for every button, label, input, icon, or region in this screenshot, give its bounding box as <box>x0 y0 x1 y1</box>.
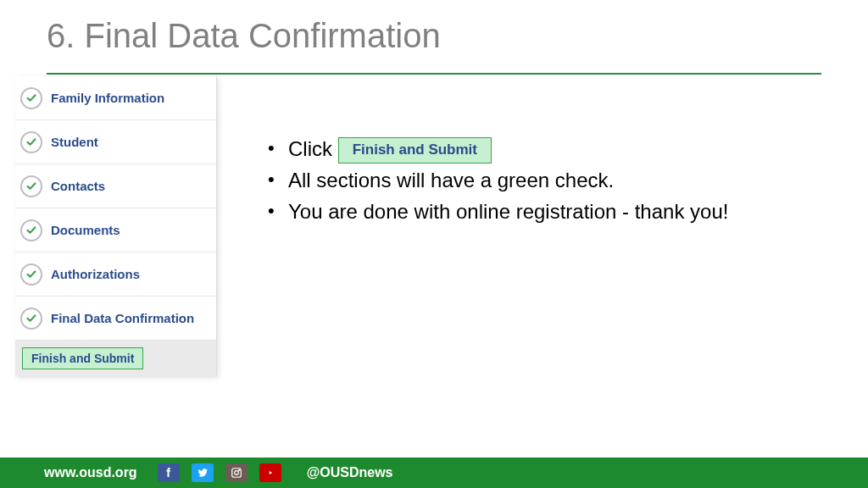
youtube-icon[interactable] <box>259 463 281 482</box>
page-title: 6. Final Data Confirmation <box>47 17 441 55</box>
finish-row: Finish and Submit <box>15 341 216 376</box>
check-icon <box>20 87 42 109</box>
instructions: Click Finish and Submit All sections wil… <box>263 136 771 229</box>
bullet-click-finish: Click Finish and Submit <box>263 136 771 164</box>
check-icon <box>20 219 42 241</box>
footer: www.ousd.org f @OUSDnews <box>0 458 868 488</box>
sidebar-item-label: Family Information <box>51 91 164 105</box>
check-icon <box>20 308 42 330</box>
sidebar-item-final-data-confirmation[interactable]: Final Data Confirmation <box>15 297 216 341</box>
sidebar-item-family-information[interactable]: Family Information <box>15 76 216 120</box>
instagram-icon[interactable] <box>225 463 248 482</box>
twitter-icon[interactable] <box>192 463 214 482</box>
sidebar-item-label: Documents <box>51 223 120 237</box>
sidebar-item-label: Student <box>51 135 98 149</box>
bullet-green-check: All sections will have a green check. <box>263 167 771 194</box>
bullet-done: You are done with online registration - … <box>263 198 771 225</box>
check-icon <box>20 263 42 286</box>
check-icon <box>20 131 42 153</box>
title-divider <box>47 73 821 75</box>
sidebar-item-documents[interactable]: Documents <box>15 208 216 252</box>
finish-and-submit-button[interactable]: Finish and Submit <box>22 347 143 369</box>
finish-and-submit-inline-button: Finish and Submit <box>338 137 492 164</box>
sidebar-item-label: Contacts <box>51 179 105 193</box>
sidebar-item-student[interactable]: Student <box>15 120 216 164</box>
sidebar-item-contacts[interactable]: Contacts <box>15 164 216 208</box>
sidebar-item-authorizations[interactable]: Authorizations <box>15 252 216 297</box>
facebook-icon[interactable]: f <box>158 463 180 482</box>
bullet-text: Click <box>288 137 338 160</box>
footer-url: www.ousd.org <box>44 465 137 480</box>
svg-point-1 <box>234 471 238 475</box>
svg-point-2 <box>238 469 239 470</box>
sidebar-item-label: Final Data Confirmation <box>51 311 194 325</box>
sidebar: Family Information Student Contacts Docu… <box>15 76 217 376</box>
check-icon <box>20 175 42 197</box>
footer-handle: @OUSDnews <box>307 465 393 480</box>
sidebar-item-label: Authorizations <box>51 267 140 281</box>
